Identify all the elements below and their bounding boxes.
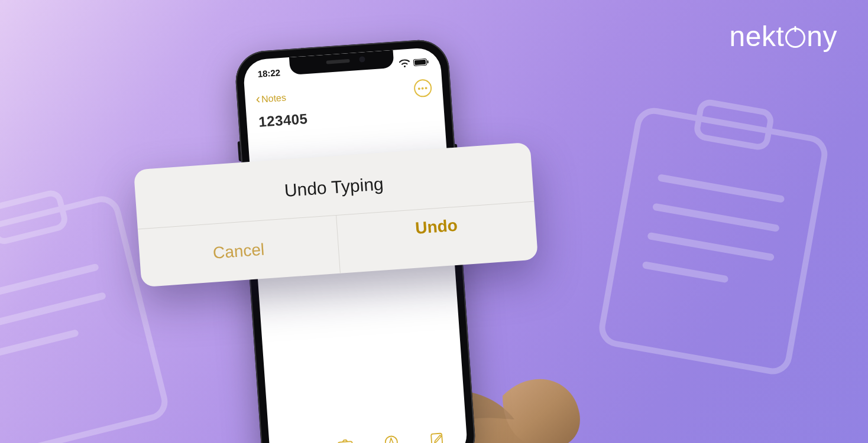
svg-line-7 xyxy=(662,178,781,199)
camera-icon[interactable] xyxy=(336,437,354,443)
svg-line-3 xyxy=(0,296,102,323)
svg-line-9 xyxy=(651,236,770,258)
bg-clipboard-right xyxy=(586,83,854,390)
checklist-icon[interactable] xyxy=(291,439,309,443)
back-label: Notes xyxy=(261,93,287,105)
status-time: 18:22 xyxy=(257,67,280,79)
undo-dialog: Undo Typing Cancel Undo xyxy=(134,142,538,287)
markup-icon[interactable] xyxy=(383,434,400,443)
ellipsis-icon: ••• xyxy=(417,83,429,93)
brand-text-1: nekt xyxy=(730,20,785,53)
svg-line-8 xyxy=(656,207,776,228)
battery-icon xyxy=(413,58,429,67)
svg-rect-12 xyxy=(414,60,426,65)
wifi-icon xyxy=(399,59,410,68)
power-icon xyxy=(785,28,805,48)
svg-rect-13 xyxy=(427,60,428,63)
notes-toolbar xyxy=(269,423,468,443)
compose-icon[interactable] xyxy=(428,430,446,443)
more-options-button[interactable]: ••• xyxy=(413,79,432,97)
chevron-left-icon: ‹ xyxy=(255,93,261,106)
svg-line-4 xyxy=(1,333,75,351)
svg-line-10 xyxy=(646,265,725,279)
back-button[interactable]: ‹ Notes xyxy=(255,92,287,107)
brand-text-2: ny xyxy=(807,20,837,53)
svg-line-2 xyxy=(0,268,95,295)
svg-rect-5 xyxy=(600,108,827,373)
brand-logo: nekt ny xyxy=(730,20,837,53)
